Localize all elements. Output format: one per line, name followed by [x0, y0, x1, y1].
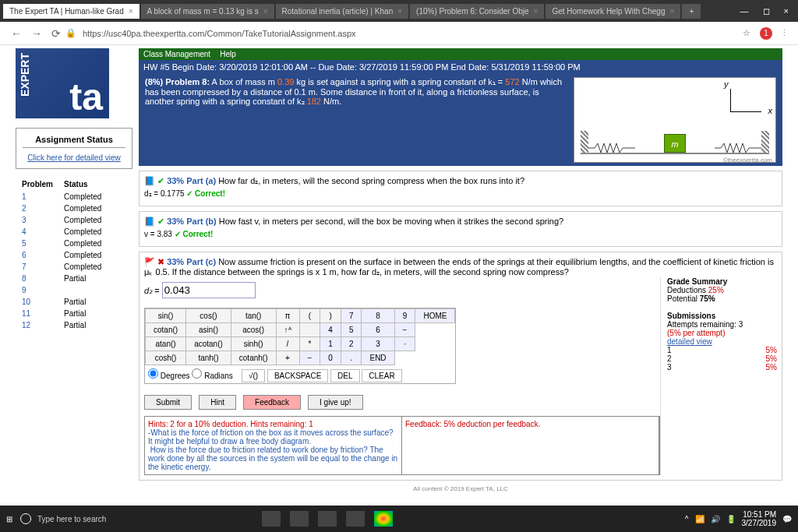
- keypad-key[interactable]: 5: [341, 323, 362, 337]
- cortana-icon[interactable]: [20, 513, 31, 523]
- keypad-key[interactable]: acotan(): [186, 337, 231, 351]
- detailed-view-link[interactable]: detailed view: [667, 337, 712, 346]
- tab-4[interactable]: (10%) Problem 6: Consider Obje×: [410, 4, 544, 19]
- keypad-key[interactable]: [299, 323, 320, 337]
- problem-row[interactable]: 11Partial: [17, 308, 106, 319]
- clear-key[interactable]: CLEAR: [362, 369, 401, 382]
- radians-radio[interactable]: Radians: [192, 372, 232, 380]
- close-icon[interactable]: ×: [534, 7, 538, 16]
- problem-row[interactable]: 7Completed: [17, 262, 106, 272]
- keypad-key[interactable]: cotanh(): [231, 351, 276, 365]
- forward-icon[interactable]: →: [31, 27, 42, 40]
- keypad-key[interactable]: tanh(): [186, 351, 231, 365]
- keypad-key[interactable]: 3: [362, 337, 394, 351]
- close-icon[interactable]: ×: [669, 7, 674, 16]
- problem-row[interactable]: 2Completed: [17, 203, 106, 213]
- problem-row[interactable]: 5Completed: [17, 238, 106, 248]
- keypad-key[interactable]: acos(): [231, 323, 276, 337]
- keypad-key[interactable]: π: [276, 309, 299, 323]
- keypad-key[interactable]: 1: [320, 337, 341, 351]
- problem-row[interactable]: 8Partial: [17, 273, 106, 284]
- class-management-link[interactable]: Class Management: [143, 50, 210, 58]
- keypad-key[interactable]: ): [320, 309, 341, 323]
- keypad-key[interactable]: HOME: [415, 309, 455, 323]
- notification-badge[interactable]: 1: [760, 27, 772, 40]
- keypad-key[interactable]: cos(): [186, 309, 231, 323]
- keypad-key[interactable]: atan(): [146, 337, 186, 351]
- keypad-key[interactable]: 4: [320, 323, 341, 337]
- keypad-key[interactable]: sin(): [146, 309, 186, 323]
- problem-row[interactable]: 1Completed: [17, 192, 106, 202]
- answer-input[interactable]: [162, 282, 256, 298]
- volume-icon[interactable]: 🔊: [711, 515, 720, 523]
- url-text[interactable]: https://usc40pa.theexpertta.com/Common/T…: [83, 29, 732, 38]
- keypad-key[interactable]: 9: [394, 309, 415, 323]
- problem-row[interactable]: 3Completed: [17, 215, 106, 225]
- keypad-key[interactable]: −: [394, 323, 415, 337]
- tab-5[interactable]: Get Homework Help With Chegg×: [546, 4, 680, 19]
- keypad-key[interactable]: .: [341, 351, 362, 365]
- keypad-key[interactable]: ↑ᴬ: [276, 323, 299, 337]
- keypad-key[interactable]: *: [299, 337, 320, 351]
- clock-date[interactable]: 3/27/2019: [742, 519, 777, 523]
- keypad-key[interactable]: sinh(): [231, 337, 276, 351]
- tray-up-icon[interactable]: ^: [685, 515, 689, 523]
- giveup-button[interactable]: I give up!: [308, 395, 363, 410]
- keypad-key[interactable]: 7: [341, 309, 362, 323]
- keypad-key[interactable]: +: [276, 351, 299, 365]
- explorer-icon[interactable]: [290, 511, 309, 523]
- new-tab-button[interactable]: +: [682, 4, 701, 19]
- battery-icon[interactable]: 🔋: [726, 515, 736, 523]
- degrees-radio[interactable]: Degrees: [148, 372, 190, 380]
- keypad-key[interactable]: 2: [341, 337, 362, 351]
- clock-time[interactable]: 10:51 PM: [742, 510, 777, 519]
- keypad-key[interactable]: cotan(): [146, 323, 186, 337]
- notifications-icon[interactable]: 💬: [782, 515, 792, 523]
- taskview-icon[interactable]: [262, 511, 281, 523]
- mass-box: m: [664, 134, 686, 153]
- keypad-key[interactable]: cosh(): [146, 351, 186, 365]
- problem-row[interactable]: 6Completed: [17, 250, 106, 260]
- maximize-icon[interactable]: ◻: [763, 6, 770, 16]
- start-icon[interactable]: ⊞: [6, 515, 12, 523]
- keypad-key[interactable]: ·: [394, 337, 415, 351]
- feedback-button[interactable]: Feedback: [243, 395, 301, 410]
- wifi-icon[interactable]: 📶: [695, 515, 704, 523]
- store-icon[interactable]: [318, 511, 337, 523]
- reload-icon[interactable]: ⟳: [51, 27, 61, 40]
- keypad-key[interactable]: tan(): [231, 309, 276, 323]
- mail-icon[interactable]: [346, 511, 365, 523]
- keypad-key[interactable]: /: [276, 337, 299, 351]
- keypad-key[interactable]: 6: [362, 323, 394, 337]
- problem-row[interactable]: 10Partial: [17, 297, 106, 307]
- keypad-key[interactable]: asin(): [186, 323, 231, 337]
- del-key[interactable]: DEL: [330, 369, 359, 382]
- keypad-key[interactable]: 0: [320, 351, 341, 365]
- keypad-key[interactable]: (: [299, 309, 320, 323]
- detailed-view-link[interactable]: Click here for detailed view: [27, 153, 121, 162]
- minimize-icon[interactable]: —: [740, 6, 749, 16]
- problem-row[interactable]: 4Completed: [17, 227, 106, 237]
- sqrt-key[interactable]: √(): [242, 369, 265, 382]
- keypad-key[interactable]: END: [362, 351, 394, 365]
- hint-button[interactable]: Hint: [199, 395, 236, 410]
- back-icon[interactable]: ←: [11, 27, 22, 40]
- keypad-key[interactable]: −: [299, 351, 320, 365]
- tab-1[interactable]: The Expert TA | Human-like Grad×: [3, 4, 139, 19]
- keypad-key[interactable]: 8: [362, 309, 394, 323]
- close-icon[interactable]: ×: [397, 7, 402, 16]
- close-window-icon[interactable]: ×: [784, 6, 789, 16]
- menu-icon[interactable]: ⋮: [780, 28, 789, 38]
- close-icon[interactable]: ×: [263, 7, 268, 16]
- tab-3[interactable]: Rotational inertia (article) | Khan×: [276, 4, 409, 19]
- backspace-key[interactable]: BACKSPACE: [267, 369, 328, 382]
- problem-row[interactable]: 9: [17, 285, 106, 295]
- submit-button[interactable]: Submit: [144, 395, 192, 410]
- bookmark-icon[interactable]: ☆: [743, 28, 750, 38]
- problem-row[interactable]: 12Partial: [17, 320, 106, 330]
- search-input[interactable]: Type here to search: [37, 515, 106, 523]
- close-icon[interactable]: ×: [129, 7, 133, 16]
- tab-2[interactable]: A block of mass m = 0.13 kg is s×: [141, 4, 274, 19]
- chrome-icon[interactable]: [374, 511, 393, 523]
- help-link[interactable]: Help: [220, 50, 236, 58]
